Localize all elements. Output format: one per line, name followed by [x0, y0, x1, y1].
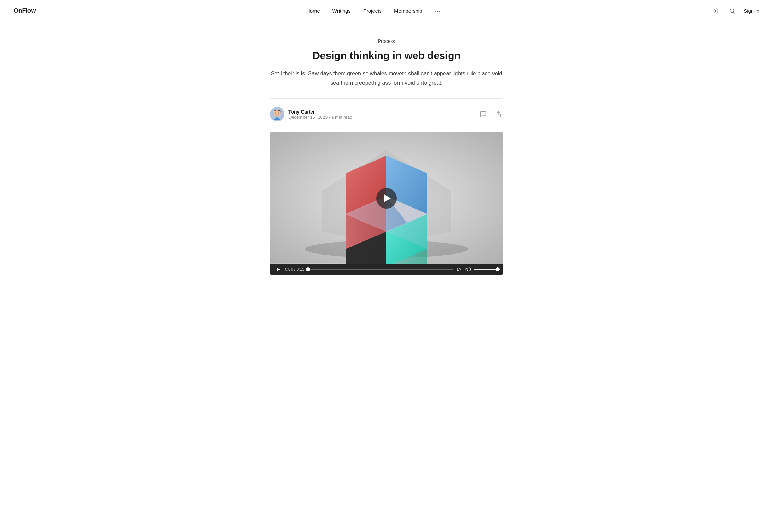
svg-line-8: [718, 9, 718, 10]
search-icon: [729, 8, 735, 14]
video-thumbnail: [270, 132, 503, 264]
video-volume-fill: [474, 269, 498, 270]
nav-links: Home Writings Projects Membership ⋯: [306, 7, 442, 15]
sign-in-button[interactable]: Sign in: [744, 8, 759, 14]
svg-line-5: [715, 9, 715, 10]
video-controls-bar: 0:00 / 0:15 1×: [270, 264, 503, 275]
author-meta: Tony Carter December 15, 2023 · 1 min re…: [288, 109, 352, 120]
video-duration: 0:15: [296, 267, 304, 272]
author-name: Tony Carter: [288, 109, 352, 115]
svg-line-7: [715, 12, 715, 13]
author-date-read: December 15, 2023 · 1 min read: [288, 115, 352, 120]
video-time-display: 0:00 / 0:15: [285, 267, 305, 272]
play-icon: [384, 194, 391, 202]
play-button[interactable]: [376, 188, 397, 209]
author-separator: ·: [329, 115, 331, 120]
article-category: Process: [270, 38, 503, 44]
nav-membership[interactable]: Membership: [394, 8, 423, 14]
share-button[interactable]: [493, 109, 503, 119]
svg-point-13: [275, 113, 276, 114]
author-date: December 15, 2023: [288, 115, 328, 120]
video-play-pause-button[interactable]: [275, 267, 282, 272]
share-icon: [495, 111, 502, 118]
nav-projects[interactable]: Projects: [363, 8, 382, 14]
svg-point-14: [278, 113, 279, 114]
brand-logo[interactable]: OnFlow: [14, 7, 36, 14]
article-title: Design thinking in web design: [270, 49, 503, 62]
nav-writings[interactable]: Writings: [332, 8, 351, 14]
article-description: Set i their is is. Saw days them green s…: [270, 69, 503, 87]
volume-icon: [465, 267, 471, 272]
video-player: 0:00 / 0:15 1×: [270, 132, 503, 275]
avatar-image: [270, 107, 284, 121]
author-row: Tony Carter December 15, 2023 · 1 min re…: [270, 107, 503, 121]
video-progress-thumb: [306, 267, 310, 271]
video-speed-button[interactable]: 1×: [456, 267, 461, 272]
video-volume-bar[interactable]: [474, 269, 498, 270]
author-actions: [478, 109, 503, 119]
video-mute-button[interactable]: [465, 267, 472, 272]
avatar: [270, 107, 284, 121]
video-current-time: 0:00: [285, 267, 293, 272]
play-pause-icon: [276, 267, 281, 272]
author-read-time: 1 min read: [331, 115, 352, 120]
video-volume-container: [465, 267, 498, 272]
svg-marker-30: [277, 268, 280, 271]
svg-marker-31: [466, 268, 468, 271]
main-content: Process Design thinking in web design Se…: [263, 22, 510, 275]
search-button[interactable]: [728, 7, 737, 15]
author-info: Tony Carter December 15, 2023 · 1 min re…: [270, 107, 352, 121]
navbar: OnFlow Home Writings Projects Membership…: [0, 0, 773, 22]
nav-home[interactable]: Home: [306, 8, 320, 14]
video-progress-bar[interactable]: [308, 269, 453, 270]
nav-actions: Sign in: [712, 7, 759, 15]
video-volume-thumb: [496, 267, 500, 271]
svg-line-10: [734, 12, 735, 13]
svg-point-0: [715, 10, 717, 12]
comment-icon: [480, 111, 487, 118]
svg-line-6: [718, 12, 718, 13]
comment-button[interactable]: [478, 109, 488, 119]
divider: [270, 98, 503, 99]
theme-toggle-button[interactable]: [712, 7, 721, 15]
nav-more-icon[interactable]: ⋯: [435, 8, 441, 14]
sun-icon: [713, 8, 720, 14]
